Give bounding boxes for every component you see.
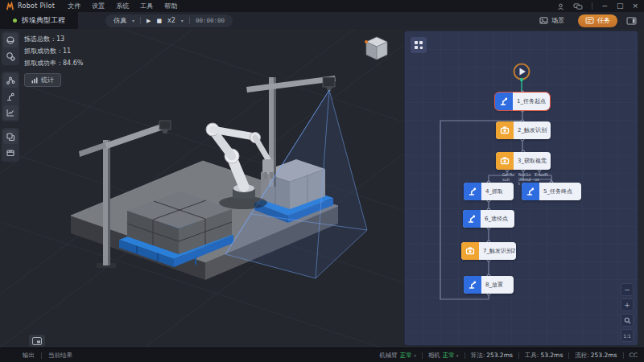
trajectory-chart-icon[interactable] — [3, 105, 18, 120]
scene-icon — [539, 17, 548, 24]
flow-node-get-vision[interactable]: 3_获取视觉 — [496, 152, 551, 170]
camera-icon — [461, 242, 479, 260]
statusbar-divider — [623, 352, 624, 359]
titlebar: Robot Pilot 文件 设置 系统 工具 帮助 − □ × — [0, 0, 644, 12]
task-flow-canvas[interactable]: 1_任务起点 2_触发识别 3_获取视觉 4_抓取 5_任务终点 6_途经点 — [404, 31, 638, 346]
stat-success-rate: 抓取成功率：84.6% — [24, 59, 83, 68]
statusbar-divider — [568, 352, 569, 359]
chevron-down-icon: ▾ — [456, 353, 459, 358]
flow-node-task-start[interactable]: 1_任务起点 — [495, 93, 550, 110]
menubar: 文件 设置 系统 工具 帮助 — [68, 2, 177, 10]
titlebar-divider — [592, 2, 592, 10]
gripper-icon — [464, 183, 481, 200]
close-button[interactable]: × — [632, 2, 638, 10]
menu-help[interactable]: 帮助 — [164, 2, 177, 10]
render-settings-icon[interactable] — [3, 49, 18, 64]
robot-arm-icon — [495, 93, 513, 110]
menu-settings[interactable]: 设置 — [92, 2, 105, 10]
stat-grab-success: 抓取成功数：11 — [24, 47, 83, 56]
flow-node-task-end[interactable]: 5_任务终点 — [522, 183, 581, 200]
statistics-button[interactable]: 统计 — [24, 73, 61, 87]
minimize-button[interactable]: − — [601, 2, 608, 10]
canvas-zoom-controls: − + 1:1 — [621, 283, 634, 342]
orientation-cube[interactable] — [361, 34, 393, 63]
crate-icon[interactable] — [3, 146, 18, 160]
flow-time: 流程:253.2ms — [575, 352, 617, 360]
zoom-in-button[interactable]: + — [621, 298, 634, 311]
user-icon[interactable] — [557, 0, 564, 14]
menu-system[interactable]: 系统 — [116, 2, 129, 10]
layout-toggle-button[interactable] — [624, 14, 638, 27]
chevron-down-icon[interactable]: ▾ — [181, 18, 184, 23]
robot-arm-icon — [522, 183, 539, 200]
flow-node-grab[interactable]: 4_抓取 — [464, 183, 514, 200]
kinematics-icon[interactable] — [3, 73, 18, 88]
menu-tools[interactable]: 工具 — [140, 2, 153, 10]
language-indicator[interactable]: CC — [630, 352, 638, 359]
statusbar-divider — [422, 352, 423, 359]
view-mode-icon[interactable] — [3, 33, 18, 47]
task-view-label: 任务 — [597, 16, 610, 25]
app-logo-icon — [6, 2, 14, 10]
current-result-tab[interactable]: 当前结果 — [48, 352, 72, 360]
menu-file[interactable]: 文件 — [68, 2, 80, 10]
flow-node-place[interactable]: 8_放置 — [464, 276, 514, 294]
stat-pick-total: 拣选总数：13 — [24, 35, 83, 43]
task-view-button[interactable]: 任务 — [578, 14, 617, 27]
camera-status[interactable]: 相机正常 ▾ — [428, 352, 459, 360]
speed-dropdown[interactable]: x2 — [167, 17, 175, 24]
chart-icon — [31, 77, 38, 84]
port-label-get-result: GetResult — [502, 173, 516, 182]
simulation-toolbar: 仿真 ▾ ▶ ■ x2 ▾ 00:00:00 — [105, 14, 233, 27]
project-status-dot — [13, 19, 17, 23]
statusbar-divider — [518, 352, 519, 359]
output-tab[interactable]: 输出 — [23, 352, 35, 360]
play-button[interactable]: ▶ — [147, 17, 151, 25]
maximize-button[interactable]: □ — [617, 2, 624, 10]
scene-view-label: 场景 — [551, 16, 564, 25]
camera-icon — [496, 152, 514, 170]
project-name: 拆垛典型工程 — [22, 15, 65, 26]
sim-timer: 00:00:00 — [196, 17, 225, 24]
robot-status[interactable]: 机械臂正常 ▾ — [379, 352, 415, 360]
stop-button[interactable]: ■ — [156, 17, 162, 25]
flow-node-waypoint[interactable]: 6_途经点 — [463, 210, 514, 228]
app-title: Robot Pilot — [18, 2, 55, 10]
chevron-down-icon: ▾ — [414, 353, 416, 358]
viewport-sidebar — [2, 31, 19, 162]
project-tab[interactable]: 拆垛典型工程 — [0, 12, 78, 29]
flow-node-trigger-recognition[interactable]: 2_触发识别 — [496, 121, 551, 139]
statistics-label: 统计 — [41, 76, 54, 84]
toolbar-divider — [140, 17, 141, 24]
chevron-down-icon[interactable]: ▾ — [132, 18, 134, 23]
node-library-icon[interactable] — [411, 37, 427, 53]
zoom-out-button[interactable]: − — [621, 283, 634, 296]
camera-icon — [496, 121, 514, 139]
place-icon — [464, 276, 481, 294]
search-icon[interactable] — [621, 314, 634, 327]
toolbar-row: 拆垛典型工程 仿真 ▾ ▶ ■ x2 ▾ 00:00:00 场景 任务 — [0, 12, 644, 29]
statusbar: 输出 当前结果 机械臂正常 ▾ 相机正常 ▾ 算法:253.2ms 工具:53.… — [0, 348, 644, 362]
app-window: Robot Pilot 文件 设置 系统 工具 帮助 − □ × 拆垛典型工程 — [0, 0, 644, 362]
main-area: 拣选总数：13 抓取成功数：11 抓取成功率：84.6% 统计 — [0, 29, 644, 348]
flow-node-trigger-recognition-2[interactable]: 7_触发识别2 — [461, 242, 516, 260]
tool-time: 工具:53.2ms — [525, 352, 563, 360]
layers-icon[interactable] — [3, 130, 18, 144]
output-console-button[interactable] — [29, 335, 45, 347]
pick-stats: 拣选总数：13 抓取成功数：11 抓取成功率：84.6% 统计 — [24, 35, 83, 87]
task-icon — [585, 17, 594, 24]
port-label-error: ErrorPlus — [535, 173, 548, 182]
toolbar-divider — [189, 17, 190, 24]
scene-view-button[interactable]: 场景 — [532, 14, 572, 27]
robot-arm-icon[interactable] — [3, 89, 18, 104]
waypoint-icon — [463, 210, 481, 228]
algorithm-time: 算法:253.2ms — [471, 352, 513, 360]
zoom-reset-button[interactable]: 1:1 — [621, 329, 634, 342]
statusbar-divider — [41, 352, 42, 359]
statusbar-divider — [464, 352, 465, 359]
sim-mode-dropdown[interactable]: 仿真 — [114, 16, 126, 25]
display-icon[interactable] — [573, 0, 583, 14]
